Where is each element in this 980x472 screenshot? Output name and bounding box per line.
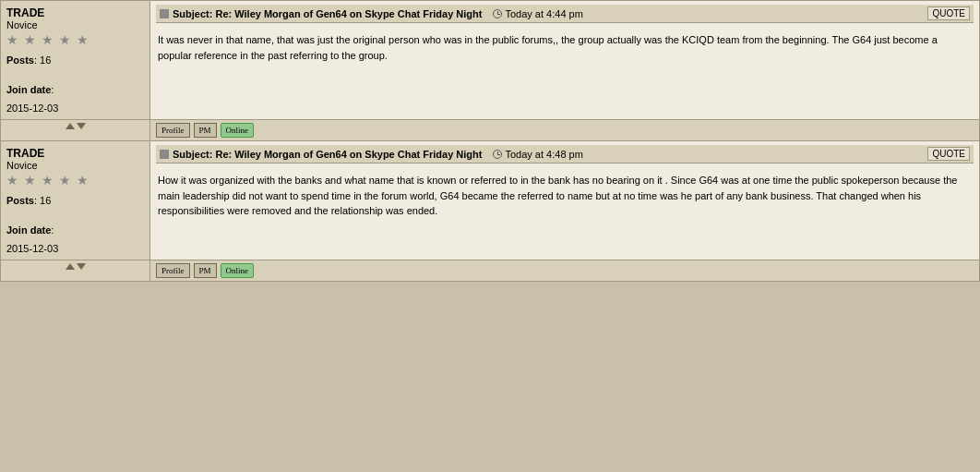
post-time: Today at 4:44 pm bbox=[505, 8, 582, 19]
post-body: It was never in that name, that was just… bbox=[156, 29, 974, 70]
post-bullet-icon bbox=[160, 150, 169, 159]
user-posts: Posts: 16 bbox=[6, 195, 144, 206]
post-content-2: Subject: Re: Wiley Morgan of Gen64 on Sk… bbox=[150, 141, 980, 260]
quote-button[interactable]: QUOTE bbox=[927, 6, 970, 20]
post-subject: Subject: Re: Wiley Morgan of Gen64 on Sk… bbox=[173, 149, 482, 160]
post-header: Subject: Re: Wiley Morgan of Gen64 on Sk… bbox=[156, 5, 974, 23]
action-buttons: Profile PM Online bbox=[156, 263, 974, 278]
quote-button[interactable]: QUOTE bbox=[927, 147, 970, 161]
action-buttons: Profile PM Online bbox=[156, 123, 974, 138]
user-join-date: 2015-12-03 bbox=[6, 243, 144, 254]
user-rank: Novice bbox=[6, 19, 144, 30]
post-time: Today at 4:48 pm bbox=[505, 149, 582, 160]
online-button[interactable]: Online bbox=[221, 263, 255, 278]
post-header: Subject: Re: Wiley Morgan of Gen64 on Sk… bbox=[156, 145, 974, 163]
post-subject-area: Subject: Re: Wiley Morgan of Gen64 on Sk… bbox=[160, 8, 927, 19]
user-rank: Novice bbox=[6, 160, 144, 171]
scroll-down-icon[interactable] bbox=[77, 263, 86, 270]
user-join-label: Join date: bbox=[6, 84, 144, 95]
clock-icon bbox=[493, 150, 502, 159]
post-body: How it was organized with the banks and … bbox=[156, 169, 974, 226]
user-name: TRADE bbox=[6, 6, 144, 19]
user-stars: ★ ★ ★ ★ ★ bbox=[6, 173, 144, 188]
profile-button[interactable]: Profile bbox=[156, 123, 190, 138]
post-row-2: TRADE Novice ★ ★ ★ ★ ★ Posts: 16 Join da… bbox=[1, 141, 980, 260]
post-row-1: TRADE Novice ★ ★ ★ ★ ★ Posts: 16 Join da… bbox=[1, 1, 980, 120]
user-stars: ★ ★ ★ ★ ★ bbox=[6, 32, 144, 47]
updown-icons bbox=[6, 123, 144, 129]
action-left-2 bbox=[1, 260, 150, 282]
action-left-1 bbox=[1, 120, 150, 141]
updown-icons bbox=[6, 263, 144, 270]
pm-button[interactable]: PM bbox=[194, 263, 217, 278]
user-posts: Posts: 16 bbox=[6, 54, 144, 66]
user-cell-1: TRADE Novice ★ ★ ★ ★ ★ Posts: 16 Join da… bbox=[1, 1, 150, 120]
post-content-1: Subject: Re: Wiley Morgan of Gen64 on Sk… bbox=[150, 1, 980, 120]
action-row-2: Profile PM Online bbox=[1, 260, 980, 282]
post-time-area: Today at 4:48 pm bbox=[493, 149, 582, 160]
post-time-area: Today at 4:44 pm bbox=[493, 8, 582, 19]
post-subject: Subject: Re: Wiley Morgan of Gen64 on Sk… bbox=[173, 8, 482, 19]
action-right-2: Profile PM Online bbox=[150, 260, 980, 282]
scroll-down-icon[interactable] bbox=[77, 123, 86, 129]
scroll-up-icon[interactable] bbox=[66, 123, 75, 129]
profile-button[interactable]: Profile bbox=[156, 263, 190, 278]
post-subject-area: Subject: Re: Wiley Morgan of Gen64 on Sk… bbox=[160, 149, 927, 160]
user-cell-2: TRADE Novice ★ ★ ★ ★ ★ Posts: 16 Join da… bbox=[1, 141, 150, 260]
user-name: TRADE bbox=[6, 147, 144, 160]
user-join-date: 2015-12-03 bbox=[6, 103, 144, 114]
action-row-1: Profile PM Online bbox=[1, 120, 980, 141]
scroll-up-icon[interactable] bbox=[66, 263, 75, 270]
user-join-label: Join date: bbox=[6, 224, 144, 236]
action-right-1: Profile PM Online bbox=[150, 120, 980, 141]
online-button[interactable]: Online bbox=[221, 123, 255, 138]
forum-posts-table: TRADE Novice ★ ★ ★ ★ ★ Posts: 16 Join da… bbox=[0, 0, 980, 282]
pm-button[interactable]: PM bbox=[194, 123, 217, 138]
post-bullet-icon bbox=[160, 9, 169, 18]
clock-icon bbox=[493, 9, 502, 18]
